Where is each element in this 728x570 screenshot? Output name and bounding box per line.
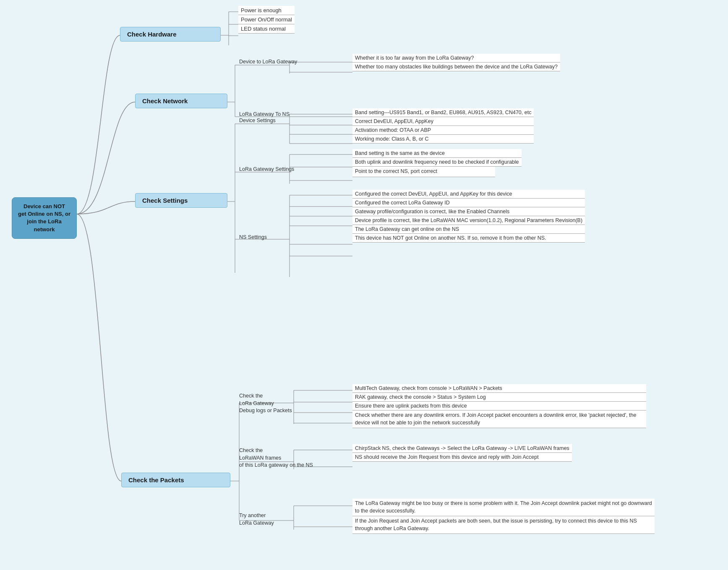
net-sub-2: LoRa Gateway To NS bbox=[239, 111, 290, 117]
packets-leaf-3-2: If the Join Request and Join Accept pack… bbox=[352, 516, 655, 534]
settings-leaf-3-5: The LoRa Gateway can get online on the N… bbox=[352, 225, 585, 234]
branch-hardware-label: Check Hardware bbox=[127, 31, 177, 38]
net-leaf-1-2: Whether too many obstacles like building… bbox=[352, 63, 560, 71]
packets-sub-1: Check the LoRa Gateway Debug logs or Pac… bbox=[239, 392, 292, 415]
settings-sub-3: NS Settings bbox=[239, 234, 267, 240]
hw-leaf-2: Power On/Off normal bbox=[238, 15, 295, 24]
settings-sub-2: LoRa Gateway Settings bbox=[239, 166, 294, 173]
settings-leaf-3-3: Gateway profile/configuration is correct… bbox=[352, 207, 585, 216]
branch-network-label: Check Network bbox=[142, 97, 188, 105]
branch-hardware: Check Hardware bbox=[120, 27, 221, 42]
branch-packets-label: Check the Packets bbox=[128, 476, 184, 484]
settings-leaf-2-3: Point to the correct NS, port correct bbox=[352, 167, 495, 177]
packets-leaf-1-4: Check whether there are any downlink err… bbox=[352, 411, 646, 428]
net-sub-1: Device to LoRa Gateway bbox=[239, 59, 297, 65]
packets-leaf-1-2: RAK gateway, check the console > Status … bbox=[352, 393, 646, 402]
root-node: Device can NOT get Online on NS, or join… bbox=[12, 197, 77, 239]
root-label: Device can NOT get Online on NS, or join… bbox=[18, 203, 70, 233]
packets-leaf-2-2: NS should receive the Join Request from … bbox=[352, 453, 572, 462]
settings-leaf-2-1: Band setting is the same as the device bbox=[352, 149, 522, 158]
settings-leaf-3-4: Device profile is correct, like the LoRa… bbox=[352, 216, 585, 225]
settings-leaf-1-2: Correct DevEUI, AppEUI, AppKey bbox=[352, 117, 534, 126]
net-leaf-1-1: Whether it is too far away from the LoRa… bbox=[352, 54, 560, 63]
branch-settings: Check Settings bbox=[135, 193, 227, 208]
settings-leaf-3-2: Configured the correct LoRa Gateway ID bbox=[352, 199, 585, 207]
settings-leaf-2-2: Both uplink and downlink frequency need … bbox=[352, 158, 522, 167]
settings-leaf-3-6: This device has NOT got Online on anothe… bbox=[352, 234, 585, 243]
packets-sub-3: Try another LoRa Gateway bbox=[239, 512, 274, 527]
settings-leaf-3-1: Configured the correct DevEUI, AppEUI, a… bbox=[352, 190, 585, 199]
branch-network: Check Network bbox=[135, 94, 227, 108]
settings-sub-1: Device Settings bbox=[239, 118, 276, 123]
settings-leaf-1-4: Working mode: Class A, B, or C bbox=[352, 135, 534, 144]
hw-leaf-1: Power is enough bbox=[238, 6, 295, 15]
branch-packets: Check the Packets bbox=[121, 473, 230, 487]
packets-leaf-1-3: Ensure there are uplink packets from thi… bbox=[352, 402, 646, 411]
packets-leaf-1-1: MultiTech Gateway, check from console > … bbox=[352, 384, 646, 393]
settings-leaf-1-3: Activation method: OTAA or ABP bbox=[352, 126, 534, 135]
hw-leaf-3: LED status normal bbox=[238, 24, 295, 34]
branch-settings-label: Check Settings bbox=[142, 197, 188, 204]
packets-sub-2: Check the LoRaWAN frames of this LoRa ga… bbox=[239, 447, 313, 469]
packets-leaf-3-1: The LoRa Gateway might be too busy or th… bbox=[352, 499, 655, 516]
settings-leaf-1-1: Band setting---US915 Band1, or Band2, EU… bbox=[352, 108, 534, 117]
packets-leaf-2-1: ChirpStack NS, check the Gateways -> Sel… bbox=[352, 444, 572, 453]
